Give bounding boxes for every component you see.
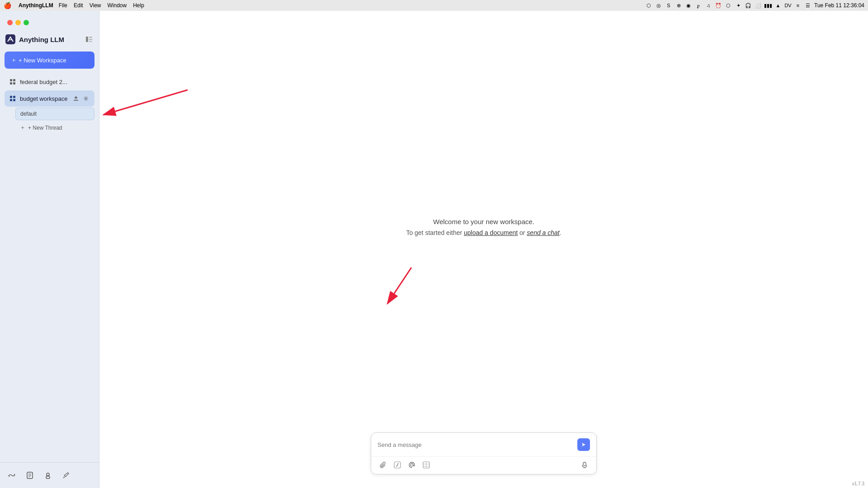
apple-logo-icon[interactable]: 🍎 — [4, 2, 11, 9]
new-thread-plus-icon: ＋ — [20, 124, 25, 131]
svg-rect-3 — [89, 39, 92, 40]
thread-item-default[interactable]: default — [15, 108, 94, 120]
menu-file[interactable]: File — [59, 2, 67, 9]
sidebar: Anything LLM ＋ + New Workspace — [0, 11, 99, 488]
workspace-federal-label: federal budget 2... — [20, 79, 90, 85]
new-workspace-label: + New Workspace — [19, 57, 66, 64]
workspace-item-federal[interactable]: federal budget 2... — [5, 74, 94, 89]
sidebar-agent-button[interactable] — [41, 468, 55, 483]
maximize-button[interactable] — [24, 20, 29, 25]
menubar-time: Tue Feb 11 12:36:04 — [814, 2, 864, 9]
sidebar-header: Anything LLM — [0, 34, 99, 52]
chat-input-toolbar — [371, 456, 596, 474]
chat-input-top — [371, 433, 596, 456]
menubar-icon-1: ⬡ — [645, 2, 652, 9]
menubar-right: ⬡ ◎ S ⊕ ◉ ᵱ ♫ ⏰ ⬡ ✦ 🎧 ⬜ ▮▮▮ ▲ DV ≡ ☰ Tue… — [645, 0, 864, 11]
workspace-budget-actions — [72, 94, 90, 103]
svg-rect-8 — [13, 82, 15, 84]
get-started-text: To get started either upload a document … — [406, 229, 561, 236]
svg-rect-10 — [13, 96, 15, 98]
menubar-icon-s: S — [665, 2, 672, 9]
plus-icon: ＋ — [11, 56, 17, 64]
sidebar-content: ＋ + New Workspace federal budget 2... — [0, 52, 99, 462]
svg-rect-12 — [13, 99, 15, 101]
svg-rect-1 — [86, 37, 88, 42]
new-workspace-button[interactable]: ＋ + New Workspace — [5, 52, 94, 69]
menubar-icon-notif: ☰ — [804, 2, 811, 9]
sidebar-toggle-button[interactable] — [85, 35, 94, 44]
svg-rect-0 — [5, 34, 15, 44]
new-thread-button[interactable]: ＋ + New Thread — [15, 121, 94, 134]
send-icon — [581, 442, 586, 447]
get-started-prefix: To get started either — [406, 229, 464, 236]
menubar-icon-5: ᵱ — [695, 2, 702, 9]
table-icon — [423, 461, 430, 469]
menu-help[interactable]: Help — [133, 2, 144, 9]
menubar-left: 🍎 AnythingLLM File Edit View Window Help — [4, 2, 144, 9]
microphone-button[interactable] — [579, 460, 590, 470]
workspace-budget-label: budget workspace — [20, 95, 68, 102]
menu-window[interactable]: Window — [107, 2, 127, 9]
menubar-menu-items: File Edit View Window Help — [59, 2, 144, 9]
menubar-icon-ctrl: ≡ — [794, 2, 802, 9]
welcome-text: Welcome to your new workspace. — [433, 218, 534, 225]
slash-command-button[interactable] — [392, 460, 403, 470]
chat-input-box — [371, 432, 597, 474]
sidebar-handshake-button[interactable] — [5, 468, 19, 483]
svg-rect-2 — [89, 37, 92, 38]
workspace-budget-grid-icon — [9, 95, 16, 102]
menubar-icon-batt: ▮▮▮ — [764, 2, 772, 9]
slash-icon — [394, 461, 401, 469]
menubar-icon-2: ◎ — [655, 2, 662, 9]
menubar-icon-9: ⬜ — [755, 2, 762, 9]
paperclip-icon — [380, 462, 386, 468]
send-message-button[interactable] — [577, 438, 590, 451]
mention-button[interactable] — [406, 460, 417, 470]
minimize-button[interactable] — [15, 20, 21, 25]
svg-rect-7 — [10, 82, 12, 84]
table-button[interactable] — [421, 460, 432, 470]
sidebar-bottom — [0, 462, 99, 488]
svg-rect-11 — [10, 99, 12, 101]
thread-default-label: default — [20, 111, 37, 117]
main-content: Welcome to your new workspace. To get st… — [99, 11, 868, 488]
menubar-app-name: AnythingLLM — [19, 2, 53, 9]
svg-rect-16 — [46, 476, 50, 479]
svg-point-15 — [47, 473, 49, 476]
menubar-icon-dv: DV — [784, 2, 792, 9]
svg-rect-6 — [13, 79, 15, 81]
close-button[interactable] — [7, 20, 13, 25]
window-titlebar — [0, 11, 99, 34]
app-window: Anything LLM ＋ + New Workspace — [0, 11, 868, 488]
menubar-icon-8: ⬡ — [725, 2, 732, 9]
get-started-middle: or — [518, 229, 527, 236]
attach-file-button[interactable] — [377, 460, 388, 470]
menubar-icon-bt: ✦ — [735, 2, 742, 9]
main-body: Welcome to your new workspace. To get st… — [99, 11, 868, 488]
workspace-item-budget[interactable]: budget workspace — [5, 90, 94, 107]
workspace-upload-button[interactable] — [72, 94, 80, 103]
menu-edit[interactable]: Edit — [74, 2, 83, 9]
send-chat-link[interactable]: send a chat — [527, 229, 559, 236]
svg-point-18 — [410, 464, 413, 466]
upload-document-link[interactable]: upload a document — [464, 229, 518, 236]
menubar-icon-head: 🎧 — [745, 2, 752, 9]
version-tag: v1.7.3 — [852, 481, 864, 486]
get-started-suffix: . — [560, 229, 561, 236]
svg-rect-4 — [89, 41, 92, 42]
svg-point-13 — [85, 98, 87, 99]
new-thread-label: + New Thread — [28, 125, 62, 131]
sidebar-docs-button[interactable] — [23, 468, 37, 483]
chat-message-input[interactable] — [377, 441, 577, 448]
menubar: 🍎 AnythingLLM File Edit View Window Help… — [0, 0, 868, 11]
thread-list: default ＋ + New Thread — [5, 108, 94, 134]
sidebar-tools-button[interactable] — [59, 468, 73, 483]
svg-rect-5 — [10, 79, 12, 81]
menu-view[interactable]: View — [90, 2, 101, 9]
svg-rect-20 — [583, 462, 586, 466]
workspace-settings-button[interactable] — [82, 94, 90, 103]
microphone-icon — [581, 462, 588, 468]
workspace-grid-icon — [9, 78, 16, 85]
menubar-icon-4: ◉ — [685, 2, 692, 9]
menubar-icon-wifi: ▲ — [774, 2, 782, 9]
